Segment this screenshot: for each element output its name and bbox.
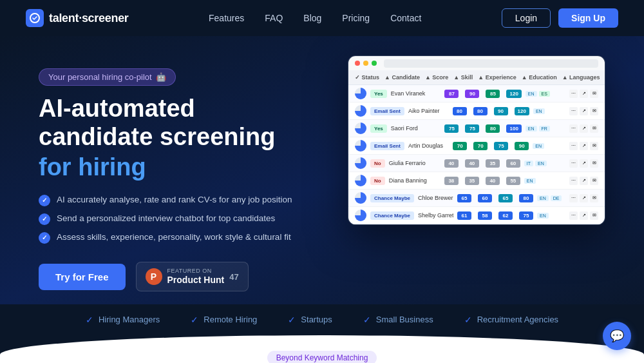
hero-badge-emoji: 🤖	[156, 72, 166, 82]
action-icons[interactable]: ⋯ ↗ ✉	[569, 194, 598, 202]
beyond-badge: Beyond Keyword Matching	[267, 351, 377, 363]
try-free-button[interactable]: Try for Free	[39, 264, 126, 290]
ph-text: FEATURED ON Product Hunt	[167, 268, 225, 286]
status-badge: Chance Maybe	[370, 211, 414, 220]
edu-pill: 55	[506, 177, 520, 185]
edu-pill: 75	[519, 211, 533, 220]
candidate-name: Aiko Painter	[408, 108, 449, 114]
exp-pill: 75	[494, 142, 508, 150]
login-button[interactable]: Login	[502, 8, 551, 28]
lang-pills: EN	[533, 143, 565, 149]
table-row: Email Sent Artin Douglas 70 70 75 90 EN …	[348, 137, 605, 155]
col-candidate: ▲ Candidate	[384, 74, 420, 81]
score-pill: 38	[444, 177, 459, 185]
spinner-icon	[355, 210, 366, 221]
table-row: No Diana Banning 38 35 40 55 EN ⋯ ↗ ✉	[348, 172, 605, 190]
action-icon[interactable]: ✉	[590, 90, 598, 98]
trust-item-3: ✓ Startups	[288, 315, 332, 325]
ph-count: 47	[229, 272, 238, 282]
hero-feature-2: Send a personalized interview chatbot fo…	[39, 213, 322, 225]
score-pill: 80	[453, 107, 467, 115]
hero-right: ✓ Status ▲ Candidate ▲ Score ▲ Skill ▲ E…	[348, 55, 605, 225]
lang-pills: EN DE	[537, 195, 565, 201]
edu-pill: 80	[519, 194, 533, 202]
ph-name: Product Hunt	[167, 275, 225, 286]
action-icons[interactable]: ⋯ ↗ ✉	[569, 90, 598, 98]
nav-contact[interactable]: Contact	[390, 13, 421, 23]
exp-pill: 85	[486, 90, 500, 98]
dashboard-content: ✓ Status ▲ Candidate ▲ Score ▲ Skill ▲ E…	[348, 70, 605, 224]
table-row: Chance Maybe Shelby Garrett 61 58 62 75 …	[348, 207, 605, 224]
action-icons[interactable]: ⋯ ↗ ✉	[569, 177, 598, 185]
edu-pill: 120	[515, 107, 529, 115]
spinner-icon	[355, 88, 366, 99]
dashboard-mockup: ✓ Status ▲ Candidate ▲ Score ▲ Skill ▲ E…	[348, 55, 605, 225]
ph-featured-label: FEATURED ON	[167, 268, 225, 275]
hero-badge: Your personal hiring co-pilot 🤖	[39, 68, 176, 86]
action-icons[interactable]: ⋯ ↗ ✉	[569, 159, 598, 168]
nav-features[interactable]: Features	[209, 13, 244, 23]
dot-red	[355, 61, 360, 66]
check-icon-2	[39, 213, 50, 225]
trust-check-icon-2: ✓	[191, 315, 198, 325]
chat-bubble[interactable]: 💬	[603, 322, 631, 350]
trust-check-icon-4: ✓	[363, 315, 371, 325]
edu-pill: 120	[506, 90, 521, 98]
skill-pill: 80	[473, 107, 488, 115]
table-row: No Giulia Ferrario 40 40 35 60 IT EN ⋯ ↗	[348, 155, 605, 172]
candidate-name: Shelby Garrett	[418, 212, 453, 219]
action-icons[interactable]: ⋯ ↗ ✉	[569, 124, 598, 133]
table-row: Yes Saori Ford 75 75 80 100 EN FR ⋯ ↗	[348, 120, 605, 137]
logo[interactable]: talent·screener	[26, 9, 129, 27]
exp-pill: 40	[486, 177, 500, 185]
candidate-name: Chloe Brewer	[418, 195, 453, 201]
hero-feature-1: AI accurately analyse, rate and rank CV-…	[39, 194, 322, 206]
trust-check-icon-3: ✓	[288, 315, 296, 325]
hero-left: Your personal hiring co-pilot 🤖 AI-autom…	[39, 62, 322, 291]
status-badge: Yes	[370, 124, 387, 133]
product-hunt-logo: P	[146, 268, 162, 285]
hero-badge-text: Your personal hiring co-pilot	[48, 72, 152, 82]
table-row: Yes Evan Viranek 87 90 85 120 EN ES ⋯ ↗	[348, 85, 605, 103]
col-skill: ▲ Skill	[453, 74, 473, 81]
exp-pill: 62	[498, 211, 513, 220]
action-icon[interactable]: ↗	[580, 90, 588, 98]
hero-feature-3: Assess skills, experience, personality, …	[39, 231, 322, 244]
skill-pill: 75	[465, 124, 479, 133]
status-badge: Chance Maybe	[370, 194, 414, 202]
exp-pill: 80	[486, 124, 500, 133]
nav-blog[interactable]: Blog	[303, 13, 321, 23]
candidate-name: Giulia Ferrario	[389, 160, 440, 166]
nav-pricing[interactable]: Pricing	[342, 13, 370, 23]
action-icons[interactable]: ⋯ ↗ ✉	[569, 211, 598, 220]
hero-cta: Try for Free P FEATURED ON Product Hunt …	[39, 262, 322, 291]
lang-pills: EN FR	[526, 126, 565, 132]
col-status: ✓ Status	[355, 74, 379, 81]
nav-actions: Login Sign Up	[502, 8, 618, 28]
edu-pill: 100	[506, 124, 521, 133]
exp-pill: 65	[498, 194, 513, 202]
check-icon-1	[39, 195, 50, 206]
candidate-name: Diana Banning	[389, 177, 440, 184]
action-icons[interactable]: ⋯ ↗ ✉	[569, 142, 598, 150]
action-icon[interactable]: ⋯	[569, 90, 578, 98]
hero-title-blue: for hiring	[39, 153, 322, 181]
skill-pill: 60	[478, 194, 492, 202]
spinner-icon	[355, 140, 366, 152]
signup-button[interactable]: Sign Up	[558, 8, 618, 28]
status-badge: No	[370, 159, 385, 168]
candidate-name: Artin Douglas	[408, 142, 449, 149]
lang-pills: EN	[524, 178, 565, 184]
nav-faq[interactable]: FAQ	[265, 13, 283, 23]
trust-item-1: ✓ Hiring Managers	[86, 315, 160, 325]
chat-bubble-icon: 💬	[610, 329, 624, 343]
product-hunt-badge[interactable]: P FEATURED ON Product Hunt 47	[136, 262, 249, 291]
action-icons[interactable]: ⋯ ↗ ✉	[569, 107, 598, 115]
navbar: talent·screener Features FAQ Blog Pricin…	[0, 0, 644, 36]
check-icon-3	[39, 232, 50, 244]
skill-pill: 90	[465, 90, 479, 98]
score-pill: 40	[444, 159, 459, 168]
trust-item-4: ✓ Small Business	[363, 315, 433, 325]
logo-icon	[26, 9, 44, 27]
dashboard-topbar	[348, 56, 605, 70]
